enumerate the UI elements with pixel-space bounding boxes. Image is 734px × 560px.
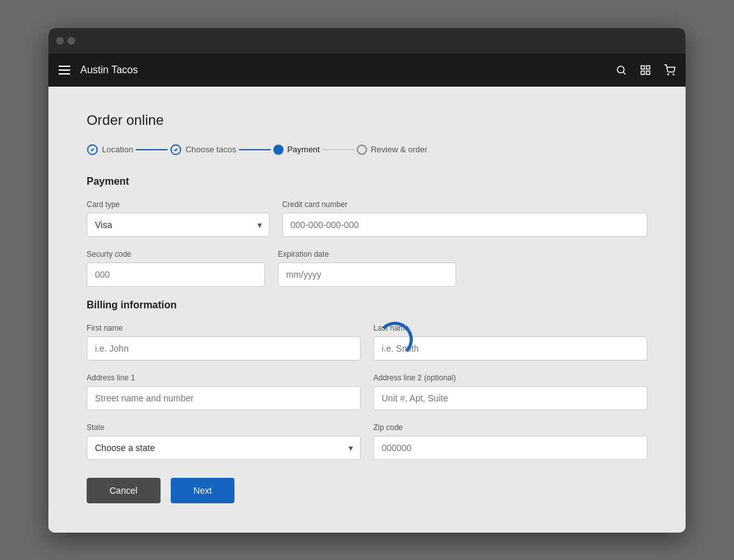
billing-row-2: Address line 1 Address line 2 (optional) [87,373,647,410]
credit-card-input[interactable] [282,213,647,237]
svg-point-0 [617,66,624,73]
step-review-icon [357,145,367,155]
credit-card-label: Credit card number [282,200,647,209]
menu-icon[interactable] [59,66,70,75]
svg-point-7 [673,74,674,75]
header-left: Austin Tacos [59,64,138,76]
state-select[interactable]: Choose a state TX CA NY [87,436,361,460]
step-location: Location [87,144,133,155]
last-name-label: Last name [373,324,647,333]
svg-rect-3 [647,66,650,69]
svg-point-6 [668,74,669,75]
spacer-group [469,250,647,287]
payment-row-2: Securty code Expiration date [87,250,647,287]
stepper: Location Choose tacos Payment [87,144,647,155]
step-choose-tacos-icon [170,144,182,155]
next-button[interactable]: Next [171,478,235,503]
first-name-input[interactable] [87,336,361,361]
form-container: Payment Card type Visa Mastercard Amex [87,176,647,503]
last-name-input[interactable] [373,336,647,361]
card-type-select-wrapper: Visa Mastercard Amex [87,213,270,237]
expiration-date-input[interactable] [278,262,456,287]
payment-row-1: Card type Visa Mastercard Amex Credit ca… [87,200,647,237]
svg-rect-4 [641,71,644,74]
cancel-button[interactable]: Cancel [87,478,161,503]
card-type-select[interactable]: Visa Mastercard Amex [87,213,270,237]
svg-line-1 [623,72,625,74]
grid-icon[interactable] [640,64,651,76]
expiration-date-group: Expiration date [278,250,456,287]
search-icon[interactable] [615,64,627,76]
security-code-group: Securty code [87,250,265,287]
expiration-date-label: Expiration date [278,250,456,259]
first-name-label: First name [87,324,361,333]
step-review-label: Review & order [371,145,428,154]
security-code-label: Securty code [87,250,265,259]
state-select-wrapper: Choose a state TX CA NY [87,436,361,460]
step-location-label: Location [102,145,133,154]
address-line2-input[interactable] [373,386,647,410]
connector-3 [322,149,354,150]
svg-rect-5 [647,71,650,74]
connector-2 [239,149,271,150]
app-title: Austin Tacos [80,64,138,76]
page-title: Order online [87,112,647,129]
billing-row-3: State Choose a state TX CA NY Zip code [87,423,647,460]
billing-row-1: First name Last name [87,324,647,361]
svg-rect-2 [641,66,644,69]
credit-card-group: Credit card number [282,200,647,237]
header-right [615,64,675,76]
address-line1-group: Address line 1 [87,373,361,410]
payment-section-title: Payment [87,176,647,187]
browser-chrome [48,28,686,54]
zip-code-input[interactable] [373,436,647,460]
state-label: State [87,423,361,432]
zip-code-group: Zip code [373,423,647,460]
card-type-group: Card type Visa Mastercard Amex [87,200,270,237]
browser-dot-1 [56,37,64,45]
step-review: Review & order [357,145,428,155]
billing-section-title: Billing information [87,299,647,311]
address-line2-label: Address line 2 (optional) [373,373,647,382]
security-code-input[interactable] [87,262,265,287]
address-line1-input[interactable] [87,386,361,410]
cart-icon[interactable] [664,64,675,76]
zip-code-label: Zip code [373,423,647,432]
address-line2-group: Address line 2 (optional) [373,373,647,410]
first-name-group: First name [87,324,361,361]
browser-window: Austin Tacos Order [48,28,686,533]
step-payment: Payment [273,145,320,155]
billing-section: Billing information First name Last name… [87,299,647,460]
card-type-label: Card type [87,200,270,209]
step-payment-label: Payment [287,145,320,154]
connector-1 [136,149,168,150]
payment-section: Payment Card type Visa Mastercard Amex [87,176,647,287]
app-header: Austin Tacos [48,54,686,87]
address-line1-label: Address line 1 [87,373,361,382]
last-name-group: Last name [373,324,647,361]
step-location-icon [87,144,98,155]
step-choose-tacos-label: Choose tacos [185,145,236,154]
state-group: State Choose a state TX CA NY [87,423,361,460]
browser-dot-2 [68,37,75,45]
buttons-row: Cancel Next [87,478,647,503]
step-choose-tacos: Choose tacos [170,144,236,155]
app-content: Order online Location [48,87,686,533]
step-payment-icon [273,145,284,155]
